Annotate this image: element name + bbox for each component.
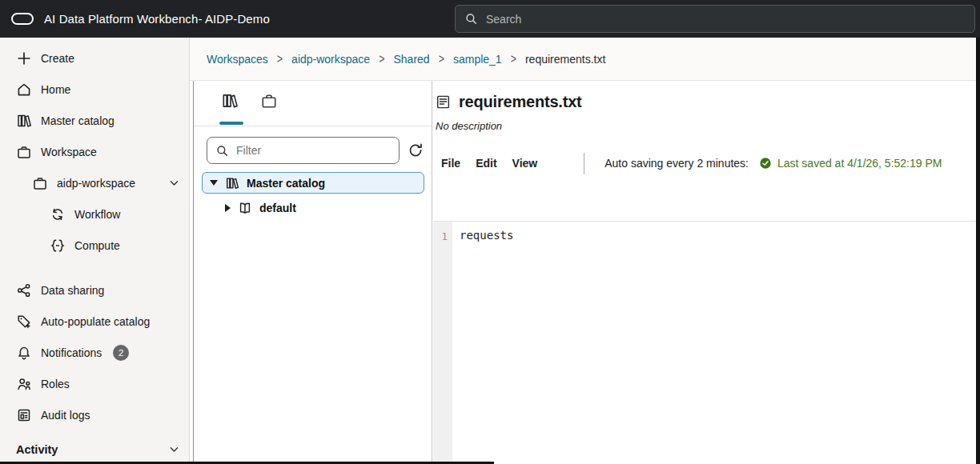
curly-braces-icon bbox=[50, 238, 66, 254]
tree-panel-tabs bbox=[194, 81, 432, 126]
notifications-count-badge: 2 bbox=[113, 345, 129, 361]
editor-toolbar: File Edit View Auto saving every 2 minut… bbox=[433, 149, 976, 178]
audit-document-icon bbox=[16, 407, 32, 423]
global-search[interactable] bbox=[455, 5, 975, 33]
breadcrumb-separator-icon: > bbox=[439, 52, 444, 66]
catalog-books-icon bbox=[225, 176, 239, 190]
tree-node-default[interactable]: default bbox=[225, 198, 424, 218]
sidebar-item-aidp-workspace[interactable]: aidp-workspace bbox=[0, 167, 189, 198]
breadcrumb-link-aidp-workspace[interactable]: aidp-workspace bbox=[291, 53, 370, 66]
tree-node-master-catalog[interactable]: Master catalog bbox=[202, 172, 424, 194]
sidebar-item-audit-logs[interactable]: Audit logs bbox=[0, 399, 189, 430]
sidebar-item-data-sharing[interactable]: Data sharing bbox=[0, 274, 189, 306]
sidebar-item-workspace[interactable]: Workspace bbox=[0, 136, 189, 167]
code-editor[interactable]: 1 requests bbox=[433, 221, 976, 464]
text-file-icon bbox=[436, 94, 451, 110]
menu-file[interactable]: File bbox=[441, 157, 460, 170]
chevron-down-icon[interactable] bbox=[168, 443, 180, 455]
sidebar-item-create[interactable]: Create bbox=[0, 42, 189, 74]
menu-edit[interactable]: Edit bbox=[476, 157, 496, 170]
briefcase-icon bbox=[16, 144, 32, 160]
autosave-status-label: Auto saving every 2 minutes: bbox=[604, 157, 749, 170]
tree-filter-row bbox=[194, 126, 432, 164]
line-number: 1 bbox=[433, 229, 448, 244]
page-title: requirements.txt bbox=[459, 93, 582, 111]
sidebar-item-master-catalog[interactable]: Master catalog bbox=[0, 105, 189, 136]
sidebar-item-workflow[interactable]: Workflow bbox=[0, 198, 189, 230]
sidebar-section-activity[interactable]: Activity bbox=[0, 434, 189, 464]
breadcrumb-link-workspaces[interactable]: Workspaces bbox=[207, 53, 268, 66]
sidebar-item-label: Workspace bbox=[41, 146, 97, 158]
sidebar-item-home[interactable]: Home bbox=[0, 74, 189, 105]
sidebar-item-notifications[interactable]: Notifications 2 bbox=[0, 337, 189, 368]
breadcrumb: Workspaces > aidp-workspace > Shared > s… bbox=[190, 38, 976, 81]
search-icon bbox=[464, 12, 478, 26]
breadcrumb-current: requirements.txt bbox=[525, 53, 605, 66]
editor-gutter: 1 bbox=[433, 222, 452, 464]
breadcrumb-link-shared[interactable]: Shared bbox=[393, 53, 429, 66]
home-icon bbox=[16, 82, 32, 98]
sidebar-item-label: Roles bbox=[41, 378, 70, 390]
sidebar-item-label: Audit logs bbox=[41, 409, 90, 422]
toolbar-divider bbox=[584, 153, 584, 174]
filter-input[interactable] bbox=[236, 144, 391, 157]
refresh-icon[interactable] bbox=[407, 142, 424, 159]
briefcase-icon bbox=[32, 175, 48, 191]
last-saved-text: Last saved at 4/1/26, 5:52:19 PM bbox=[777, 157, 942, 170]
editor-content[interactable]: requests bbox=[452, 222, 976, 464]
tab-catalog-icon[interactable] bbox=[221, 92, 239, 110]
tree-node-label: default bbox=[259, 202, 296, 214]
menu-view[interactable]: View bbox=[512, 157, 538, 170]
caret-down-icon[interactable] bbox=[210, 180, 218, 186]
sidebar-item-label: aidp-workspace bbox=[57, 177, 135, 190]
sidebar-item-roles[interactable]: Roles bbox=[0, 368, 189, 399]
sidebar-item-label: Create bbox=[41, 52, 74, 65]
catalog-books-icon bbox=[16, 113, 32, 129]
people-icon bbox=[16, 376, 32, 392]
sidebar-item-label: Data sharing bbox=[41, 284, 104, 297]
sidebar-item-label: Auto-populate catalog bbox=[41, 315, 150, 328]
file-editor-panel: requirements.txt No description File Edi… bbox=[433, 81, 976, 464]
code-line: requests bbox=[460, 228, 976, 243]
breadcrumb-separator-icon: > bbox=[379, 52, 384, 66]
search-icon bbox=[215, 144, 229, 158]
top-header-bar: AI Data Platform Workbench- AIDP-Demo bbox=[0, 0, 980, 38]
check-circle-icon bbox=[759, 157, 772, 170]
oracle-logo-icon bbox=[11, 13, 34, 25]
breadcrumb-link-sample-1[interactable]: sample_1 bbox=[453, 53, 502, 66]
sidebar-item-label: Home bbox=[41, 83, 70, 96]
app-window: AI Data Platform Workbench- AIDP-Demo Cr… bbox=[0, 0, 980, 464]
breadcrumb-separator-icon: > bbox=[277, 52, 283, 66]
open-book-icon bbox=[238, 201, 252, 215]
app-title: AI Data Platform Workbench- AIDP-Demo bbox=[44, 12, 270, 26]
catalog-tree-panel: Master catalog default bbox=[193, 81, 432, 464]
left-navigation-sidebar: Create Home Master catalog Workspace aid… bbox=[0, 38, 190, 464]
active-tab-indicator bbox=[219, 122, 243, 125]
tree-node-label: Master catalog bbox=[247, 177, 325, 190]
sidebar-item-auto-populate-catalog[interactable]: Auto-populate catalog bbox=[0, 306, 189, 337]
plus-icon bbox=[16, 50, 32, 66]
sidebar-spacer bbox=[0, 261, 189, 274]
sidebar-item-label: Compute bbox=[74, 239, 120, 252]
workflow-arrows-icon bbox=[50, 206, 66, 222]
right-edge-strip bbox=[976, 38, 980, 464]
last-saved-status: Last saved at 4/1/26, 5:52:19 PM bbox=[759, 157, 942, 170]
share-nodes-icon bbox=[16, 282, 32, 298]
search-input[interactable] bbox=[486, 13, 966, 26]
bell-icon bbox=[16, 345, 32, 361]
sidebar-item-label: Workflow bbox=[74, 208, 120, 221]
tab-workspace-icon[interactable] bbox=[260, 92, 278, 110]
file-description: No description bbox=[436, 120, 976, 132]
caret-right-icon[interactable] bbox=[225, 204, 231, 212]
file-title-row: requirements.txt bbox=[433, 81, 976, 111]
sidebar-item-compute[interactable]: Compute bbox=[0, 230, 189, 261]
chevron-down-icon[interactable] bbox=[168, 177, 180, 189]
breadcrumb-separator-icon: > bbox=[511, 52, 516, 66]
sidebar-item-label: Notifications bbox=[41, 346, 102, 359]
tag-plus-icon bbox=[16, 314, 32, 330]
tree-filter[interactable] bbox=[207, 137, 400, 164]
sidebar-item-label: Activity bbox=[16, 443, 58, 456]
sidebar-item-label: Master catalog bbox=[41, 114, 114, 127]
catalog-tree: Master catalog default bbox=[194, 164, 432, 218]
